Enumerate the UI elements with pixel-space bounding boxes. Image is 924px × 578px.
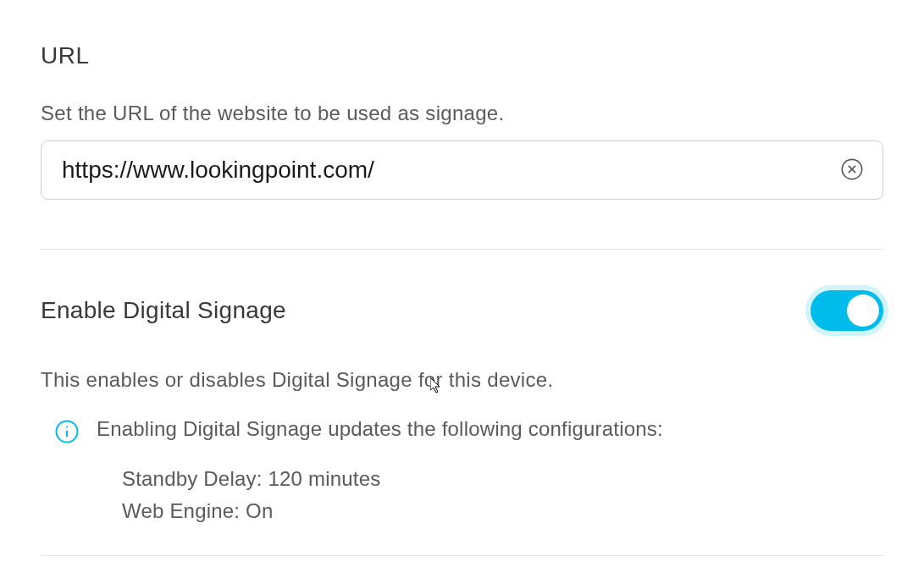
info-icon [54, 419, 80, 444]
standby-delay-line: Standby Delay: 120 minutes [122, 463, 883, 495]
url-input[interactable] [41, 140, 883, 200]
enable-signage-toggle[interactable] [811, 290, 883, 331]
signage-info-title: Enabling Digital Signage updates the fol… [97, 417, 883, 441]
clear-url-button[interactable] [839, 157, 865, 183]
svg-point-5 [66, 426, 68, 427]
url-section: URL Set the URL of the website to be use… [41, 42, 883, 200]
enable-signage-label: Enable Digital Signage [41, 297, 286, 324]
signage-info-row: Enabling Digital Signage updates the fol… [41, 417, 883, 528]
signage-section: Enable Digital Signage This enables or d… [41, 290, 883, 528]
web-engine-line: Web Engine: On [122, 495, 883, 527]
section-divider-bottom [41, 555, 883, 556]
signage-info-details: Standby Delay: 120 minutes Web Engine: O… [97, 463, 883, 528]
section-divider [41, 249, 883, 250]
url-section-title: URL [41, 42, 883, 69]
signage-info-content: Enabling Digital Signage updates the fol… [97, 417, 883, 528]
url-section-description: Set the URL of the website to be used as… [41, 102, 883, 125]
url-input-wrapper [41, 140, 883, 200]
enable-signage-row: Enable Digital Signage [41, 290, 883, 331]
close-circle-icon [840, 157, 864, 184]
signage-description: This enables or disables Digital Signage… [41, 368, 883, 392]
toggle-knob [847, 295, 879, 327]
